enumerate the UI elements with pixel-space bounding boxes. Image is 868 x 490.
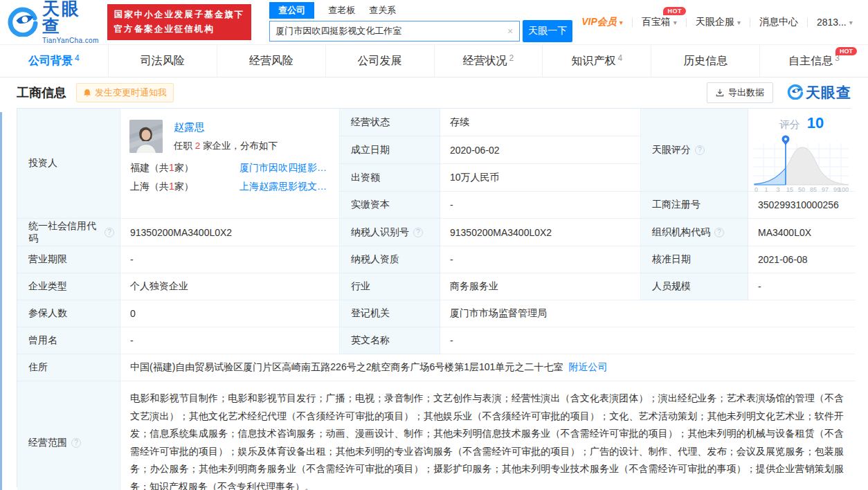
insured-value: 0 bbox=[120, 300, 340, 327]
related-company-link[interactable]: 上海赵露思影视文化... bbox=[239, 181, 331, 193]
taxid-value: 91350200MA3400L0X2 bbox=[440, 219, 641, 246]
tianyancha-logo-icon bbox=[7, 5, 39, 39]
tab-label: 经营状况 bbox=[463, 54, 507, 69]
scope-label-cell: 经营范围 ? bbox=[17, 381, 120, 490]
tab-operating-status[interactable]: 经营状况 2 bbox=[435, 45, 543, 77]
nav-vip[interactable]: VIP会员 ▾ bbox=[572, 16, 632, 28]
help-icon[interactable]: ? bbox=[71, 438, 81, 448]
address-value: 中国(福建)自由贸易试验区厦门片区高崎南五路226号之2航空商务广场6号楼第1层… bbox=[130, 361, 563, 374]
tab-history-info[interactable]: 历史信息 bbox=[651, 45, 760, 77]
company-section-tabs: 公司背景 4 司法风险 经营风险 公司发展 经营状况 2 知识产权 4 历史信息… bbox=[0, 44, 868, 78]
score-value: 10 bbox=[807, 114, 824, 132]
region-prefix: 上海（共 bbox=[130, 181, 169, 192]
bell-icon bbox=[83, 89, 91, 98]
export-button-label: 导出数据 bbox=[728, 87, 764, 99]
chevron-down-icon: ▾ bbox=[849, 19, 853, 26]
clear-icon[interactable]: × bbox=[501, 26, 519, 37]
established-value: 2020-06-02 bbox=[440, 136, 641, 164]
tab-count: 4 bbox=[75, 53, 80, 63]
investor-details: 赵露思 任职 2 家企业，分布如下 bbox=[174, 120, 278, 153]
address-label: 住所 bbox=[17, 354, 120, 381]
nav-message-center[interactable]: 消息中心 bbox=[750, 16, 807, 28]
search-area: 查公司 查老板 查关系 × 天眼一下 bbox=[269, 2, 572, 42]
business-registration-table: 投资人 赵露思 任职 2 bbox=[17, 108, 851, 487]
nav-user-account[interactable]: 2813... ▾ bbox=[808, 17, 862, 28]
taxid-label: 纳税人识别号 bbox=[351, 226, 409, 239]
formername-label: 曾用名 bbox=[17, 327, 120, 354]
tab-count: 2 bbox=[509, 53, 514, 63]
gov-badge-line2: 官方备案企业征信机构 bbox=[114, 22, 245, 37]
notify-on-change-button[interactable]: 发生变更时通知我 bbox=[76, 83, 174, 102]
search-button[interactable]: 天眼一下 bbox=[523, 20, 572, 42]
score-distribution-chart: 0 1 3 15 50 85 97 99 100 bbox=[752, 134, 851, 193]
status-value: 存续 bbox=[440, 109, 641, 136]
search-tab-company[interactable]: 查公司 bbox=[269, 2, 314, 19]
established-label: 成立日期 bbox=[340, 136, 440, 164]
nav-toolbox[interactable]: HOT 百宝箱 ▾ bbox=[633, 16, 686, 28]
investor-profile: 赵露思 任职 2 家企业，分布如下 bbox=[129, 120, 331, 153]
term-value: - bbox=[120, 246, 340, 273]
tab-count: 4 bbox=[617, 53, 622, 63]
approved-value: 2021-06-08 bbox=[748, 246, 855, 273]
tenure-count: 2 bbox=[195, 140, 201, 151]
tab-label: 经营风险 bbox=[249, 54, 293, 69]
tab-label: 知识产权 bbox=[571, 54, 615, 69]
taxid-label-cell: 纳税人识别号 ? bbox=[340, 219, 440, 246]
tab-operating-risk[interactable]: 经营风险 bbox=[217, 45, 326, 77]
watermark-text: 天眼查 bbox=[806, 83, 851, 102]
region-prefix: 福建（共 bbox=[130, 162, 169, 173]
search-tab-relations[interactable]: 查关系 bbox=[369, 4, 396, 17]
toolbox-label: 百宝箱 bbox=[642, 16, 671, 28]
tab-self-published-info[interactable]: 自主信息 3 HOT bbox=[760, 45, 868, 77]
search-input-box: × bbox=[269, 21, 520, 42]
tab-label: 历史信息 bbox=[683, 54, 727, 69]
score-curve bbox=[754, 147, 849, 185]
tianyancha-logo[interactable]: 天眼查 TianYanCha.com bbox=[7, 0, 99, 44]
search-tab-boss[interactable]: 查老板 bbox=[328, 4, 355, 17]
region-suffix: 家） bbox=[174, 181, 194, 192]
tab-company-background[interactable]: 公司背景 4 bbox=[0, 45, 109, 77]
export-data-button[interactable]: 导出数据 bbox=[707, 82, 773, 103]
help-icon[interactable]: ? bbox=[714, 228, 724, 237]
vip-label: VIP会员 bbox=[581, 16, 617, 28]
engname-value: - bbox=[440, 327, 855, 354]
left-scroll-indicator bbox=[0, 112, 2, 490]
help-icon[interactable]: ? bbox=[105, 228, 114, 237]
tab-label: 公司背景 bbox=[28, 54, 73, 69]
score-marker-pin-dot bbox=[784, 138, 787, 140]
investor-avatar[interactable] bbox=[129, 120, 163, 153]
related-company-link[interactable]: 厦门市因吹四挺影视... bbox=[239, 162, 331, 174]
logo-domain: TianYanCha.com bbox=[42, 37, 99, 44]
approved-label: 核准日期 bbox=[641, 246, 748, 273]
staff-value: - bbox=[748, 273, 855, 300]
gov-certification-badge: 国家中小企业发展子基金旗下 官方备案企业征信机构 bbox=[107, 4, 252, 41]
tianyancha-company-page: 天眼查 TianYanCha.com 国家中小企业发展子基金旗下 官方备案企业征… bbox=[0, 0, 868, 490]
search-input[interactable] bbox=[270, 26, 501, 37]
nearby-companies-link[interactable]: 附近公司 bbox=[568, 361, 607, 374]
regno-value: 350299310000256 bbox=[748, 192, 855, 219]
tenure-suffix: 家企业，分布如下 bbox=[203, 140, 278, 151]
nav-enterprise-services[interactable]: 天眼企服 ▾ bbox=[687, 16, 750, 28]
list-item: 福建（共1家） 厦门市因吹四挺影视... bbox=[130, 162, 331, 174]
help-icon[interactable]: ? bbox=[695, 145, 705, 155]
industry-value: 商务服务业 bbox=[440, 273, 641, 300]
investor-name-link[interactable]: 赵露思 bbox=[174, 121, 205, 134]
chevron-down-icon: ▾ bbox=[673, 19, 677, 26]
tab-company-development[interactable]: 公司发展 bbox=[326, 45, 435, 77]
logo-brand: 天眼查 bbox=[42, 0, 99, 35]
top-header: 天眼查 TianYanCha.com 国家中小企业发展子基金旗下 官方备案企业征… bbox=[0, 0, 868, 44]
notify-button-label: 发生变更时通知我 bbox=[95, 87, 167, 99]
staff-label: 人员规模 bbox=[641, 273, 748, 300]
tab-intellectual-property[interactable]: 知识产权 4 bbox=[543, 45, 651, 77]
score-label: 天眼评分 bbox=[652, 144, 691, 156]
section-title: 工商信息 bbox=[17, 84, 66, 101]
taxqual-value: - bbox=[440, 246, 641, 273]
chevron-down-icon: ▾ bbox=[620, 19, 623, 26]
tab-judicial-risk[interactable]: 司法风险 bbox=[109, 45, 217, 77]
scope-value: 电影和影视节目制作；电影和影视节目发行；广播；电视；录音制作；文艺创作与表演；经… bbox=[120, 381, 855, 490]
insured-label: 参保人数 bbox=[17, 300, 120, 327]
help-icon[interactable]: ? bbox=[413, 228, 423, 237]
tianyancha-watermark: 天眼查 bbox=[787, 83, 851, 102]
uscc-value: 91350200MA3400L0X2 bbox=[120, 219, 340, 246]
score-label-cell: 天眼评分 ? bbox=[641, 109, 748, 192]
